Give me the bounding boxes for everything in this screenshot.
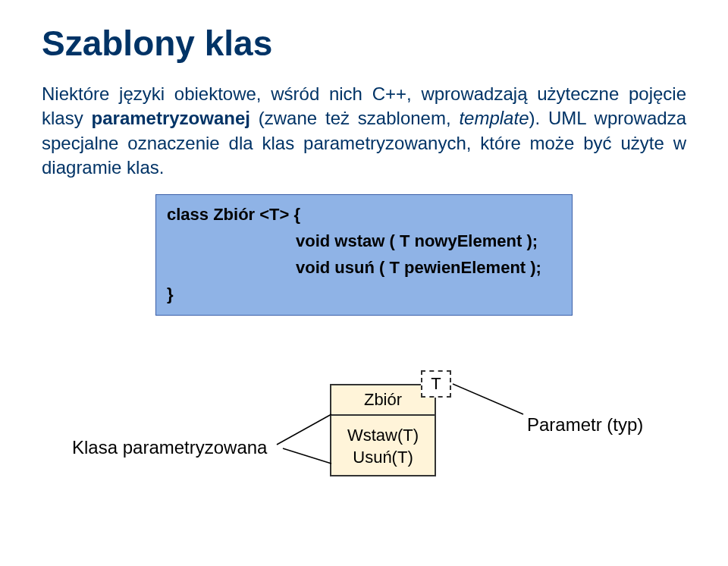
code-line-2: void wstaw ( T nowyElement ); [167, 228, 561, 254]
svg-line-2 [453, 384, 523, 414]
body-paragraph: Niektóre języki obiektowe, wśród nich C+… [42, 82, 686, 181]
slide-title: Szablony klas [42, 23, 690, 64]
code-block: class Zbiór <T> { void wstaw ( T nowyEle… [155, 194, 573, 316]
svg-line-1 [283, 448, 331, 464]
class-method-2: Usuń(T) [331, 447, 435, 469]
code-line-1: class Zbiór <T> { [167, 201, 561, 228]
para-seg-bold: parametryzowanej [92, 108, 250, 128]
para-seg-italic: template [459, 108, 529, 128]
para-seg-3: (zwane też szablonem, [250, 108, 459, 128]
class-attr-compartment [331, 414, 435, 422]
class-box: Zbiór Wstaw(T) Usuń(T) [330, 384, 436, 476]
connector-right [436, 338, 664, 490]
class-methods: Wstaw(T) Usuń(T) [331, 422, 435, 474]
type-parameter-box: T [421, 370, 451, 398]
connector-left [42, 338, 345, 490]
uml-diagram: Zbiór Wstaw(T) Usuń(T) T Klasa parametry… [42, 338, 686, 498]
class-method-1: Wstaw(T) [331, 425, 435, 447]
svg-line-0 [277, 414, 331, 445]
code-line-4: } [167, 281, 561, 307]
class-name: Zbiór [331, 385, 435, 414]
slide: Szablony klas Niektóre języki obiektowe,… [0, 0, 728, 566]
code-line-3: void usuń ( T pewienElement ); [167, 254, 561, 281]
